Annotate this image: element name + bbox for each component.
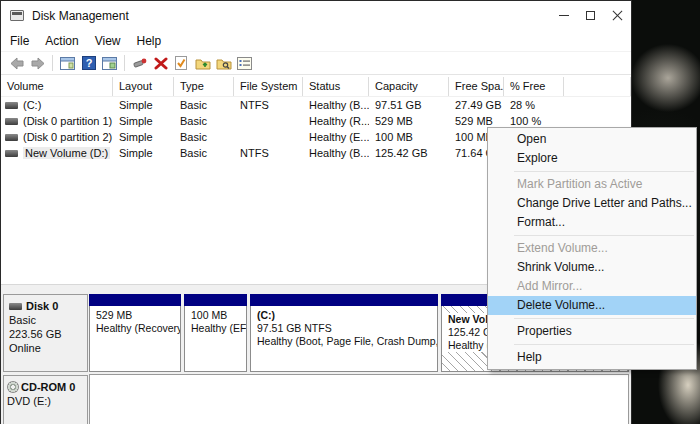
forward-icon [30, 57, 46, 70]
cell-status: Healthy (B... [303, 147, 369, 159]
menu-help[interactable]: Help [129, 32, 170, 50]
column-header-volume[interactable]: Volume [1, 77, 113, 96]
partition-c[interactable]: (C:) 97.51 GB NTFS Healthy (Boot, Page F… [250, 294, 438, 372]
cell-type: Basic [174, 99, 234, 111]
cell-status: Healthy (E... [303, 131, 369, 143]
properties-button[interactable] [234, 53, 255, 73]
menu-separator [514, 235, 694, 236]
menu-view[interactable]: View [87, 32, 129, 50]
partition-recovery[interactable]: 529 MB Healthy (Recovery Partition) [89, 294, 181, 372]
column-header-free-space[interactable]: Free Spa... [449, 77, 504, 96]
partition-title: (C:) [257, 309, 437, 322]
maximize-icon [586, 11, 595, 20]
cd-icon [7, 381, 19, 393]
menu-item-delete-volume[interactable]: Delete Volume... [488, 296, 696, 315]
volume-icon [5, 150, 18, 157]
disk0-label[interactable]: Disk 0 Basic 223.56 GB Online [3, 294, 88, 372]
properties-icon [237, 57, 252, 70]
cdrom-media-area[interactable] [89, 374, 629, 424]
titlebar[interactable]: Disk Management [1, 1, 631, 30]
task-check-button[interactable] [171, 53, 192, 73]
cell-capacity: 529 MB [369, 115, 449, 127]
cell-pct: 100 % [504, 115, 564, 127]
partition-color-bar [250, 294, 438, 306]
partition-efi[interactable]: 100 MB Healthy (EFI System Partition) [184, 294, 247, 372]
volume-icon [5, 134, 18, 141]
cell-type: Basic [174, 131, 234, 143]
cdrom-name: CD-ROM 0 [21, 380, 75, 394]
menu-file[interactable]: File [2, 32, 37, 50]
menu-item-open[interactable]: Open [488, 130, 696, 149]
volume-list-header: Volume Layout Type File System Status Ca… [1, 77, 631, 97]
volume-name: (Disk 0 partition 2) [23, 131, 112, 143]
cell-type: Basic [174, 147, 234, 159]
maximize-button[interactable] [577, 1, 604, 30]
cell-layout: Simple [113, 131, 174, 143]
cdrom-label[interactable]: CD-ROM 0 DVD (E:) [3, 375, 88, 424]
delete-volume-button[interactable] [150, 53, 171, 73]
svg-text:?: ? [85, 57, 92, 69]
column-header-type[interactable]: Type [174, 77, 234, 96]
delete-volume-icon [154, 57, 168, 70]
menu-separator [514, 318, 694, 319]
column-header-pct-free[interactable]: % Free [504, 77, 564, 96]
console-tree-icon [102, 57, 117, 70]
partition-status: Healthy (Boot, Page File, Crash Dump, Pr… [257, 335, 437, 348]
window-controls [550, 1, 631, 30]
menu-action[interactable]: Action [37, 32, 86, 50]
close-button[interactable] [604, 1, 631, 30]
menu-item-format[interactable]: Format... [488, 213, 696, 232]
console-window-button[interactable] [57, 53, 78, 73]
tool-button[interactable] [129, 53, 150, 73]
partition-size: 100 MB [191, 309, 246, 322]
help-button[interactable]: ? [78, 53, 99, 73]
back-button[interactable] [6, 53, 27, 73]
cell-capacity: 125.42 GB [369, 147, 449, 159]
column-header-capacity[interactable]: Capacity [369, 77, 449, 96]
explore-folder-icon [216, 57, 232, 70]
console-tree-button[interactable] [99, 53, 120, 73]
partition-color-bar [89, 294, 181, 306]
cell-status: Healthy (R... [303, 115, 369, 127]
cell-capacity: 97.51 GB [369, 99, 449, 111]
disk0-kind: Basic [9, 313, 85, 327]
forward-button[interactable] [27, 53, 48, 73]
back-icon [9, 57, 25, 70]
column-header-filler [564, 77, 631, 96]
open-folder-button[interactable] [192, 53, 213, 73]
disk-icon [9, 303, 22, 310]
disk0-state: Online [9, 341, 85, 355]
cell-fs: NTFS [234, 99, 303, 111]
app-icon [10, 10, 24, 21]
cell-pct: 28 % [504, 99, 564, 111]
disk0-name: Disk 0 [26, 299, 58, 313]
menu-separator [514, 171, 694, 172]
minimize-button[interactable] [550, 1, 577, 30]
menu-item-help[interactable]: Help [488, 348, 696, 367]
table-row-c[interactable]: (C:) Simple Basic NTFS Healthy (B... 97.… [1, 97, 631, 113]
cell-layout: Simple [113, 99, 174, 111]
toolbar-separator [124, 55, 125, 71]
menu-item-explore[interactable]: Explore [488, 149, 696, 168]
menu-item-properties[interactable]: Properties [488, 322, 696, 341]
column-header-status[interactable]: Status [303, 77, 369, 96]
toolbar: ? [1, 51, 631, 75]
close-icon [612, 10, 623, 21]
partition-size: 529 MB [96, 309, 180, 322]
help-icon: ? [82, 56, 96, 70]
cell-free: 529 MB [449, 115, 504, 127]
menu-item-add-mirror: Add Mirror... [488, 277, 696, 296]
volume-name: New Volume (D:) [23, 147, 110, 159]
menu-item-mark-partition-active: Mark Partition as Active [488, 175, 696, 194]
menu-item-change-drive-letter[interactable]: Change Drive Letter and Paths... [488, 194, 696, 213]
explore-folder-button[interactable] [213, 53, 234, 73]
cell-free: 27.49 GB [449, 99, 504, 111]
column-header-file-system[interactable]: File System [234, 77, 303, 96]
cdrom-media: DVD (E:) [7, 394, 85, 408]
cell-capacity: 100 MB [369, 131, 449, 143]
menu-item-extend-volume: Extend Volume... [488, 239, 696, 258]
menu-item-shrink-volume[interactable]: Shrink Volume... [488, 258, 696, 277]
column-header-layout[interactable]: Layout [113, 77, 174, 96]
volume-icon [5, 102, 18, 109]
partition-size: 97.51 GB NTFS [257, 322, 437, 335]
